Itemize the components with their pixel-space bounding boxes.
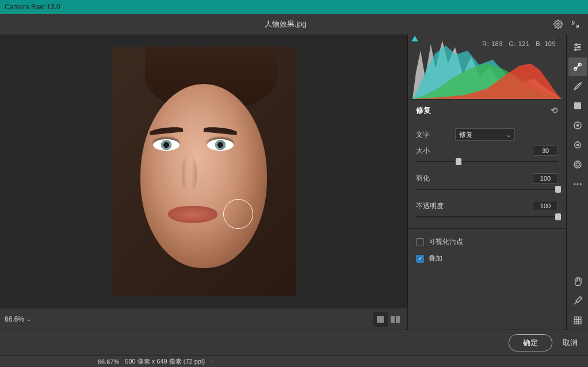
overlay-checkbox[interactable]: ✓ 叠加 [416, 254, 558, 263]
chevron-right-icon: 〉 [211, 357, 217, 366]
rgb-readout: R: 183 G: 121 B: 109 [482, 40, 556, 47]
dialog-footer: 确定 取消 [0, 330, 588, 355]
size-slider[interactable] [416, 158, 558, 165]
more-icon[interactable] [568, 175, 587, 193]
slider-thumb[interactable] [555, 213, 561, 220]
app-title: Camera Raw 13.0 [5, 3, 60, 11]
tool-rail [566, 35, 588, 330]
zoom-select[interactable]: 66.6% ⌄ [5, 315, 31, 323]
slider-thumb[interactable] [456, 158, 461, 165]
heal-tool-icon[interactable] [568, 58, 587, 76]
svg-point-19 [576, 163, 579, 166]
opacity-label: 不透明度 [416, 201, 533, 211]
snapshot-tool-icon[interactable] [568, 155, 587, 174]
type-select[interactable]: 修复 ⌄ [455, 128, 515, 141]
svg-rect-12 [574, 102, 581, 109]
preview-image [112, 47, 296, 296]
svg-rect-1 [377, 316, 384, 323]
size-value[interactable]: 30 [533, 146, 558, 156]
overlay-label: 叠加 [429, 254, 442, 263]
svg-point-22 [579, 183, 581, 185]
ok-button[interactable]: 确定 [509, 334, 552, 351]
shadow-clip-icon[interactable] [411, 36, 418, 41]
slider-thumb[interactable] [555, 186, 561, 193]
svg-point-0 [557, 23, 559, 25]
feather-label: 羽化 [416, 174, 533, 183]
svg-rect-3 [396, 316, 400, 323]
host-dimensions: 500 像素 x 649 像素 (72 ppi) [125, 357, 205, 366]
single-view-icon[interactable] [373, 312, 388, 327]
svg-rect-2 [391, 316, 395, 323]
type-value: 修复 [459, 130, 473, 140]
title-bar: Camera Raw 13.0 [0, 0, 588, 14]
edit-sliders-icon[interactable] [568, 38, 587, 56]
file-name: 人物效果.jpg [20, 19, 551, 29]
panel-title: 修复 [416, 105, 431, 116]
svg-point-16 [576, 144, 578, 146]
svg-point-7 [575, 44, 577, 45]
fullscreen-icon[interactable] [568, 17, 582, 31]
hand-tool-icon[interactable] [568, 272, 587, 290]
histogram[interactable]: R: 183 G: 121 B: 109 [408, 35, 566, 99]
svg-point-18 [574, 161, 581, 168]
svg-point-21 [576, 183, 578, 185]
radial-tool-icon[interactable] [568, 116, 587, 135]
grid-tool-icon[interactable] [568, 311, 587, 330]
cancel-button[interactable]: 取消 [563, 338, 578, 348]
image-canvas[interactable] [0, 35, 407, 308]
gear-icon[interactable] [551, 17, 565, 31]
chevron-down-icon: ⌄ [26, 316, 31, 322]
opacity-value[interactable]: 100 [533, 201, 558, 211]
chevron-down-icon: ⌄ [506, 132, 511, 138]
host-statusbar: 66.67% 500 像素 x 649 像素 (72 ppi) 〉 [0, 355, 588, 367]
svg-point-9 [574, 49, 576, 51]
visualise-spots-checkbox[interactable]: 可视化污点 [416, 237, 558, 247]
opacity-slider[interactable] [416, 213, 558, 220]
reset-icon[interactable]: ⟲ [551, 105, 558, 116]
gradient-tool-icon[interactable] [568, 97, 587, 115]
svg-point-20 [574, 183, 575, 185]
redeye-tool-icon[interactable] [568, 136, 587, 154]
checkbox-icon [416, 238, 424, 246]
zoom-value: 66.6% [5, 315, 24, 323]
brush-tool-icon[interactable] [568, 77, 587, 95]
visualise-label: 可视化污点 [429, 237, 463, 247]
type-label: 文字 [416, 130, 449, 140]
feather-slider[interactable] [416, 186, 558, 193]
checkbox-icon: ✓ [416, 255, 424, 263]
canvas-toolbar: 66.6% ⌄ [0, 308, 407, 330]
size-label: 大小 [416, 146, 533, 156]
highlight-clip-icon[interactable] [556, 36, 563, 41]
svg-point-8 [578, 47, 579, 48]
compare-view-icon[interactable] [388, 312, 403, 327]
svg-point-14 [576, 125, 578, 127]
feather-value[interactable]: 100 [533, 173, 558, 183]
svg-rect-23 [574, 317, 581, 324]
color-sampler-icon[interactable] [568, 292, 587, 310]
host-zoom: 66.67% [98, 358, 119, 365]
top-bar: 人物效果.jpg [0, 14, 588, 35]
